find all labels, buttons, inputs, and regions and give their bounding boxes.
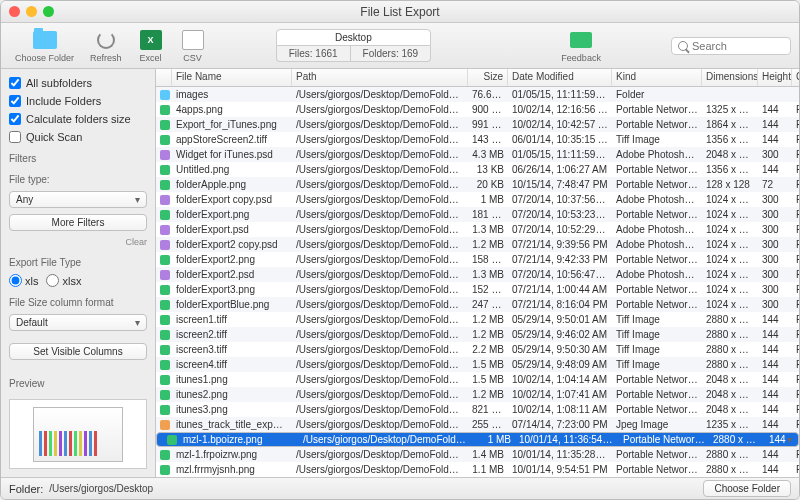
cell-dim: 1864 x 1244 bbox=[702, 118, 758, 131]
chk-include-folders[interactable]: Include Folders bbox=[9, 95, 147, 107]
clear-button[interactable]: Clear bbox=[9, 237, 147, 247]
file-icon bbox=[160, 375, 170, 385]
table-row[interactable]: iscreen3.tiff/Users/giorgos/Desktop/Demo… bbox=[156, 342, 799, 357]
feedback-icon bbox=[570, 32, 592, 48]
chk-all-subfolders[interactable]: All subfolders bbox=[9, 77, 147, 89]
cell-kind: Adobe Photoshop... bbox=[612, 223, 702, 236]
table-row[interactable]: folderExport2 copy.psd/Users/giorgos/Des… bbox=[156, 237, 799, 252]
table-row[interactable]: itunes_track_title_export.jpg/Users/gior… bbox=[156, 417, 799, 432]
cell-height: 300 bbox=[758, 193, 792, 206]
table-row[interactable]: mzl-1.bpoizre.png/Users/giorgos/Desktop/… bbox=[156, 432, 799, 447]
more-filters-button[interactable]: More Filters bbox=[9, 214, 147, 231]
footer-choose-folder-button[interactable]: Choose Folder bbox=[703, 480, 791, 497]
cell-cs: RGB bbox=[792, 268, 799, 281]
col-dimensions[interactable]: Dimensions bbox=[702, 69, 758, 86]
cell-path: /Users/giorgos/Desktop/DemoFolder/i... bbox=[292, 223, 468, 236]
col-colorspace[interactable]: Color Space bbox=[792, 69, 799, 86]
table-row[interactable]: folderExport.psd/Users/giorgos/Desktop/D… bbox=[156, 222, 799, 237]
table-row[interactable]: folderExportBlue.png/Users/giorgos/Deskt… bbox=[156, 297, 799, 312]
cell-cs: RGB bbox=[792, 328, 799, 341]
cell-path: /Users/giorgos/Desktop/DemoFolder/i... bbox=[292, 268, 468, 281]
cell-path: /Users/giorgos/Desktop/DemoFolder/i... bbox=[292, 118, 468, 131]
cell-cs: RGB bbox=[792, 298, 799, 311]
cell-date: 07/20/14, 10:56:47 PM bbox=[508, 268, 612, 281]
cell-name: Export_for_iTunes.png bbox=[172, 118, 292, 131]
cell-date: 01/05/15, 11:11:59 PM bbox=[508, 88, 612, 101]
fscf-select[interactable]: Default bbox=[9, 314, 147, 331]
radio-xlsx[interactable]: xlsx bbox=[46, 274, 81, 287]
table-row[interactable]: folderExport3.png/Users/giorgos/Desktop/… bbox=[156, 282, 799, 297]
col-kind[interactable]: Kind bbox=[612, 69, 702, 86]
feedback-button[interactable]: Feedback bbox=[555, 27, 607, 65]
cell-name: images bbox=[172, 88, 292, 101]
table-row[interactable]: mzl.frrmyjsnh.png/Users/giorgos/Desktop/… bbox=[156, 462, 799, 477]
cell-dim: 1024 x 1024 bbox=[702, 208, 758, 221]
table-row[interactable]: Export_for_iTunes.png/Users/giorgos/Desk… bbox=[156, 117, 799, 132]
cell-size: 1 MB bbox=[468, 193, 508, 206]
cell-date: 07/21/14, 9:42:33 PM bbox=[508, 253, 612, 266]
table-row[interactable]: itunes3.png/Users/giorgos/Desktop/DemoFo… bbox=[156, 402, 799, 417]
footer: Folder: /Users/giorgos/Desktop Choose Fo… bbox=[1, 477, 799, 499]
cell-path: /Users/giorgos/Desktop/DemoFolder/i... bbox=[292, 148, 468, 161]
cell-kind: Portable Network G... bbox=[612, 298, 702, 311]
table-row[interactable]: itunes2.png/Users/giorgos/Desktop/DemoFo… bbox=[156, 387, 799, 402]
table-row[interactable]: iscreen1.tiff/Users/giorgos/Desktop/Demo… bbox=[156, 312, 799, 327]
table-row[interactable]: 4apps.png/Users/giorgos/Desktop/DemoFold… bbox=[156, 102, 799, 117]
col-filename[interactable]: File Name bbox=[172, 69, 292, 86]
table-row[interactable]: folderExport2.psd/Users/giorgos/Desktop/… bbox=[156, 267, 799, 282]
table-row[interactable]: iscreen4.tiff/Users/giorgos/Desktop/Demo… bbox=[156, 357, 799, 372]
cell-cs: RGB bbox=[792, 448, 799, 461]
radio-xls[interactable]: xls bbox=[9, 274, 38, 287]
table-row[interactable]: iscreen2.tiff/Users/giorgos/Desktop/Demo… bbox=[156, 327, 799, 342]
file-icon bbox=[160, 360, 170, 370]
cell-size: 1.3 MB bbox=[468, 223, 508, 236]
titlebar: File List Export bbox=[1, 1, 799, 23]
cell-height: 144 bbox=[758, 448, 792, 461]
chk-calc-sizes[interactable]: Calculate folders size bbox=[9, 113, 147, 125]
col-height[interactable]: Height bbox=[758, 69, 792, 86]
set-columns-button[interactable]: Set Visible Columns bbox=[9, 343, 147, 360]
col-path[interactable]: Path bbox=[292, 69, 468, 86]
cell-path: /Users/giorgos/Desktop/DemoFolder/i... bbox=[292, 238, 468, 251]
cell-size: 1.1 MB bbox=[468, 463, 508, 476]
cell-cs: RGB bbox=[792, 418, 799, 431]
filetype-select[interactable]: Any bbox=[9, 191, 147, 208]
cell-size: 152 KB bbox=[468, 283, 508, 296]
cell-height: 144 bbox=[758, 133, 792, 146]
file-icon bbox=[160, 240, 170, 250]
excel-button[interactable]: X Excel bbox=[132, 27, 170, 65]
table-row[interactable]: folderApple.png/Users/giorgos/Desktop/De… bbox=[156, 177, 799, 192]
col-size[interactable]: Size bbox=[468, 69, 508, 86]
cell-path: /Users/giorgos/Desktop/DemoFolder/i... bbox=[299, 433, 475, 446]
table-row[interactable]: folderExport copy.psd/Users/giorgos/Desk… bbox=[156, 192, 799, 207]
table-row[interactable]: folderExport2.png/Users/giorgos/Desktop/… bbox=[156, 252, 799, 267]
file-icon bbox=[160, 195, 170, 205]
cell-name: folderExport2.png bbox=[172, 253, 292, 266]
file-icon bbox=[160, 450, 170, 460]
cell-height: 144 bbox=[758, 103, 792, 116]
table-row[interactable]: images/Users/giorgos/Desktop/DemoFolder/… bbox=[156, 87, 799, 102]
cell-date: 07/21/14, 1:00:44 AM bbox=[508, 283, 612, 296]
cell-size: 181 KB bbox=[468, 208, 508, 221]
search-field[interactable] bbox=[671, 37, 791, 55]
chk-quick-scan[interactable]: Quick Scan bbox=[9, 131, 147, 143]
search-input[interactable] bbox=[692, 40, 782, 52]
cell-height: 300 bbox=[758, 148, 792, 161]
cell-name: folderExportBlue.png bbox=[172, 298, 292, 311]
cell-size: 255 KB bbox=[468, 418, 508, 431]
choose-folder-button[interactable]: Choose Folder bbox=[9, 27, 80, 65]
table-body[interactable]: images/Users/giorgos/Desktop/DemoFolder/… bbox=[156, 87, 799, 477]
preview-thumbnail bbox=[33, 407, 123, 462]
table-row[interactable]: itunes1.png/Users/giorgos/Desktop/DemoFo… bbox=[156, 372, 799, 387]
csv-button[interactable]: CSV bbox=[174, 27, 212, 65]
col-date[interactable]: Date Modified bbox=[508, 69, 612, 86]
table-row[interactable]: appStoreScreen2.tiff/Users/giorgos/Deskt… bbox=[156, 132, 799, 147]
table-row[interactable]: mzl-1.frpoizrw.png/Users/giorgos/Desktop… bbox=[156, 447, 799, 462]
cell-kind: Adobe Photoshop... bbox=[612, 268, 702, 281]
refresh-button[interactable]: Refresh bbox=[84, 27, 128, 65]
table-row[interactable]: folderExport.png/Users/giorgos/Desktop/D… bbox=[156, 207, 799, 222]
table-row[interactable]: Widget for iTunes.psd/Users/giorgos/Desk… bbox=[156, 147, 799, 162]
col-icon[interactable] bbox=[156, 69, 172, 86]
file-icon bbox=[160, 150, 170, 160]
table-row[interactable]: Untitled.png/Users/giorgos/Desktop/DemoF… bbox=[156, 162, 799, 177]
